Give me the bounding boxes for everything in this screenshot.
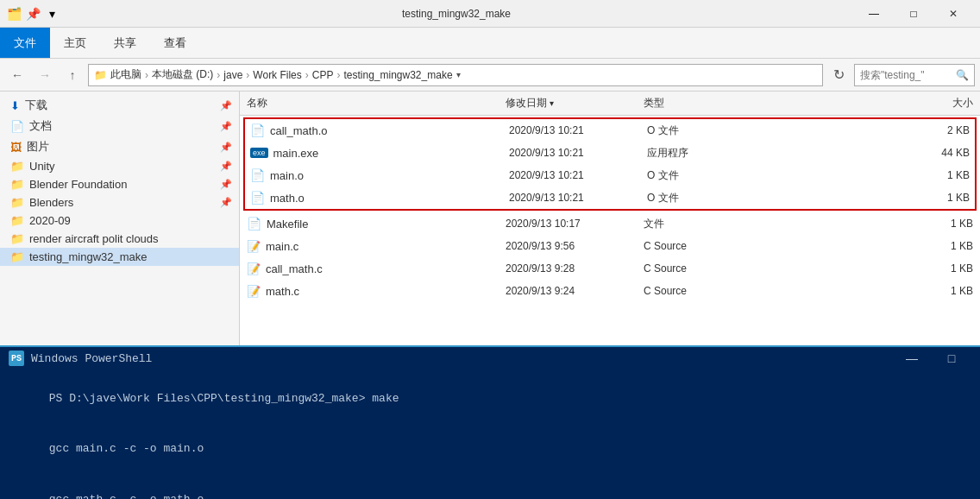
col-header-type[interactable]: 类型 <box>644 96 747 111</box>
file-icon: 📄 <box>247 217 261 231</box>
file-row-call-math-o[interactable]: 📄 call_math.o 2020/9/13 10:21 O 文件 2 KB <box>245 119 975 142</box>
pin-indicator: 📌 <box>220 100 232 111</box>
search-icon: 🔍 <box>956 69 969 81</box>
folder-icon: 📁 <box>10 214 24 227</box>
window-controls: — □ ✕ <box>854 0 973 28</box>
col-header-date[interactable]: 修改日期 ▾ <box>506 96 644 111</box>
c-source-icon: 📝 <box>247 285 261 298</box>
col-header-name[interactable]: 名称 <box>247 96 506 111</box>
terminal-minimize-button[interactable]: — <box>892 346 932 370</box>
file-icon: 📄 <box>250 123 265 137</box>
terminal-line-2: gcc main.c -c -o main.o <box>9 424 971 475</box>
pin-icon: 📌 <box>26 7 40 21</box>
file-row-math-c[interactable]: 📝 math.c 2020/9/13 9:24 C Source 1 KB <box>240 280 980 302</box>
ribbon: 文件 主页 共享 查看 <box>0 28 980 59</box>
tab-file[interactable]: 文件 <box>0 28 50 58</box>
maximize-button[interactable]: □ <box>894 0 933 28</box>
terminal-maximize-button[interactable]: □ <box>932 346 971 370</box>
file-list-container: 名称 修改日期 ▾ 类型 大小 📄 call_math.o 2020/9/13 … <box>240 92 980 345</box>
search-box[interactable]: 🔍 <box>854 64 975 86</box>
address-path[interactable]: 📁 此电脑 › 本地磁盘 (D:) › jave › Work Files › … <box>88 64 823 86</box>
terminal-title-bar: PS Windows PowerShell — □ <box>0 345 980 370</box>
tab-share[interactable]: 共享 <box>100 28 150 58</box>
path-segment-jave: jave <box>223 69 242 81</box>
column-headers: 名称 修改日期 ▾ 类型 大小 <box>240 92 980 116</box>
close-button[interactable]: ✕ <box>933 0 973 28</box>
folder-icon: 📁 <box>10 160 24 173</box>
title-bar: 🗂️ 📌 ▾ testing_mingw32_make — □ ✕ <box>0 0 980 28</box>
sidebar-item-testing[interactable]: 📁 testing_mingw32_make <box>0 248 239 266</box>
file-row-call-math-c[interactable]: 📝 call_math.c 2020/9/13 9:28 C Source 1 … <box>240 257 980 280</box>
document-icon: 📄 <box>10 120 24 133</box>
pin-indicator: 📌 <box>220 161 232 172</box>
pin-indicator: 📌 <box>220 179 232 190</box>
image-icon: 🖼 <box>10 141 22 154</box>
sidebar-item-blenders[interactable]: 📁 Blenders 📌 <box>0 193 239 212</box>
path-segment-cpp: CPP <box>312 69 334 81</box>
powershell-icon: PS <box>9 351 24 366</box>
tab-home[interactable]: 主页 <box>50 28 100 58</box>
sidebar-item-documents[interactable]: 📄 文档 📌 <box>0 116 239 136</box>
terminal-line-1: PS D:\jave\Work Files\CPP\testing_mingw3… <box>9 373 971 424</box>
file-row-main-o[interactable]: 📄 main.o 2020/9/13 10:21 O 文件 1 KB <box>245 164 975 186</box>
file-row-math-o[interactable]: 📄 math.o 2020/9/13 10:21 O 文件 1 KB <box>245 186 975 209</box>
c-source-icon: 📝 <box>247 240 261 253</box>
up-button[interactable]: ↑ <box>60 63 85 87</box>
file-icon: 📄 <box>250 168 265 182</box>
terminal-title-label: Windows PowerShell <box>31 352 152 365</box>
file-row-makefile[interactable]: 📄 Makefile 2020/9/13 10:17 文件 1 KB <box>240 212 980 235</box>
path-segment-project: testing_mingw32_make <box>343 69 452 81</box>
file-icon: 📄 <box>250 191 265 205</box>
tab-view[interactable]: 查看 <box>150 28 200 58</box>
pin-indicator: 📌 <box>220 142 232 153</box>
terminal-body[interactable]: PS D:\jave\Work Files\CPP\testing_mingw3… <box>0 370 980 499</box>
download-icon: ⬇ <box>10 99 20 112</box>
sidebar-item-blender-foundation[interactable]: 📁 Blender Foundation 📌 <box>0 175 239 193</box>
dropdown-icon: ▾ <box>45 7 59 21</box>
sidebar-item-unity[interactable]: 📁 Unity 📌 <box>0 157 239 175</box>
forward-button[interactable]: → <box>33 63 57 87</box>
sidebar-item-downloads[interactable]: ⬇ 下载 📌 <box>0 95 239 116</box>
file-row-main-exe[interactable]: exe main.exe 2020/9/13 10:21 应用程序 44 KB <box>245 142 975 164</box>
path-folder-icon: 📁 <box>94 69 107 81</box>
terminal: PS Windows PowerShell — □ PS D:\jave\Wor… <box>0 345 980 499</box>
file-row-main-c[interactable]: 📝 main.c 2020/9/13 9:56 C Source 1 KB <box>240 235 980 257</box>
folder-icon: 📁 <box>10 232 24 245</box>
file-list: 📄 call_math.o 2020/9/13 10:21 O 文件 2 KB … <box>240 116 980 345</box>
search-input[interactable] <box>860 69 956 81</box>
terminal-controls: — □ <box>892 346 971 370</box>
pin-indicator: 📌 <box>220 197 232 208</box>
col-header-size[interactable]: 大小 <box>747 96 973 111</box>
terminal-line-3: gcc math.c -c -o math.o <box>9 474 971 499</box>
path-segment-drive: 本地磁盘 (D:) <box>152 67 213 82</box>
minimize-button[interactable]: — <box>854 0 894 28</box>
sidebar-item-render[interactable]: 📁 render aircraft polit clouds <box>0 230 239 248</box>
title-bar-icons: 🗂️ 📌 ▾ <box>7 7 59 21</box>
window-icon: 🗂️ <box>7 7 21 21</box>
sidebar: ⬇ 下载 📌 📄 文档 📌 🖼 图片 📌 📁 Unity 📌 📁 Blender… <box>0 92 240 345</box>
pin-indicator: 📌 <box>220 121 232 132</box>
refresh-button[interactable]: ↻ <box>826 63 851 87</box>
sidebar-item-2020-09[interactable]: 📁 2020-09 <box>0 212 239 230</box>
c-source-icon: 📝 <box>247 262 261 275</box>
highlighted-file-group: 📄 call_math.o 2020/9/13 10:21 O 文件 2 KB … <box>243 117 977 211</box>
window-title: testing_mingw32_make <box>59 8 854 20</box>
folder-icon: 📁 <box>10 250 24 263</box>
path-segment-pc: 此电脑 <box>110 67 141 82</box>
folder-icon: 📁 <box>10 178 24 191</box>
folder-icon: 📁 <box>10 196 24 209</box>
back-button[interactable]: ← <box>5 63 29 87</box>
path-dropdown-icon[interactable]: ▾ <box>456 70 461 79</box>
sort-indicator: ▾ <box>550 98 554 108</box>
sidebar-item-pictures[interactable]: 🖼 图片 📌 <box>0 136 239 157</box>
address-bar: ← → ↑ 📁 此电脑 › 本地磁盘 (D:) › jave › Work Fi… <box>0 59 980 92</box>
exe-icon: exe <box>250 148 268 158</box>
main-area: ⬇ 下载 📌 📄 文档 📌 🖼 图片 📌 📁 Unity 📌 📁 Blender… <box>0 92 980 345</box>
path-segment-workfiles: Work Files <box>253 69 301 81</box>
